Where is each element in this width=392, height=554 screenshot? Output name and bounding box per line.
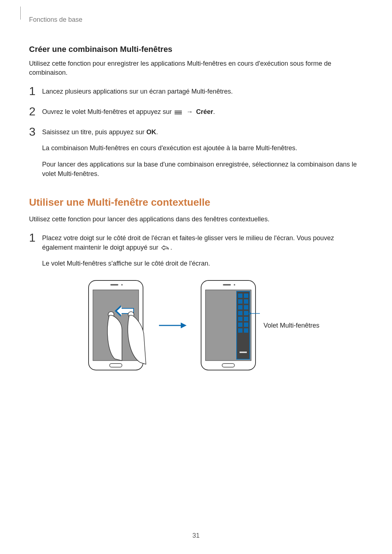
figure-row: Volet Multi-fenêtres <box>42 279 363 372</box>
step-text: Lancez plusieurs applications sur un écr… <box>42 87 363 96</box>
step-2: 2 Ouvrez le volet Multi-fenêtres et appu… <box>29 107 363 117</box>
breadcrumb: Fonctions de base <box>29 16 363 24</box>
svg-rect-5 <box>110 284 118 286</box>
step-text: La combinaison Multi-fenêtres en cours d… <box>42 143 363 153</box>
svg-rect-32 <box>238 323 242 327</box>
step-number: 3 <box>29 126 42 138</box>
section1-intro: Utilisez cette fonction pour enregistrer… <box>29 59 363 77</box>
menu-icon <box>174 110 183 115</box>
step-3: 3 Saisissez un titre, puis appuyez sur O… <box>29 127 363 178</box>
step-1: 1 Lancez plusieurs applications sur un é… <box>29 87 363 97</box>
back-icon <box>160 245 170 251</box>
svg-point-19 <box>234 284 235 286</box>
step-text: Le volet Multi-fenêtres s'affiche sur le… <box>42 259 363 268</box>
svg-rect-22 <box>238 294 242 298</box>
phone-swipe-figure <box>86 279 147 372</box>
svg-rect-29 <box>244 311 248 315</box>
callout-label: Volet Multi-fenêtres <box>264 321 319 330</box>
svg-point-6 <box>121 284 123 286</box>
step-text: Ouvrez le volet Multi-fenêtres et appuye… <box>42 107 363 116</box>
svg-rect-28 <box>238 311 242 315</box>
svg-rect-35 <box>244 328 248 333</box>
step-text: Pour lancer des applications sur la base… <box>42 160 363 178</box>
svg-rect-31 <box>244 317 248 321</box>
page-number: 31 <box>0 532 392 539</box>
step-number: 2 <box>29 106 42 117</box>
svg-marker-15 <box>181 323 187 328</box>
svg-rect-25 <box>244 299 248 304</box>
svg-rect-24 <box>238 299 242 304</box>
step-number: 1 <box>29 232 42 243</box>
section1-heading: Créer une combinaison Multi-fenêtres <box>29 45 363 54</box>
section2-intro: Utilisez cette fonction pour lancer des … <box>29 215 363 224</box>
svg-rect-36 <box>240 352 247 353</box>
manual-page: Fonctions de base Créer une combinaison … <box>0 0 392 554</box>
svg-rect-30 <box>238 317 242 321</box>
svg-rect-18 <box>223 284 231 286</box>
header-divider <box>20 7 21 20</box>
step-text: Saisissez un titre, puis appuyez sur OK. <box>42 127 363 137</box>
svg-rect-34 <box>238 328 242 333</box>
svg-rect-23 <box>244 294 248 298</box>
arrow-right-icon <box>158 322 187 329</box>
svg-rect-26 <box>238 305 242 309</box>
svg-rect-33 <box>244 323 248 327</box>
section2-step-1: 1 Placez votre doigt sur le côté droit d… <box>29 233 363 372</box>
step-text: Placez votre doigt sur le côté droit de … <box>42 233 363 252</box>
phone-panel-figure: Volet Multi-fenêtres <box>198 279 319 372</box>
section2-heading: Utiliser une Multi-fenêtre contextuelle <box>29 197 363 208</box>
step-number: 1 <box>29 85 42 97</box>
svg-rect-27 <box>244 305 248 309</box>
